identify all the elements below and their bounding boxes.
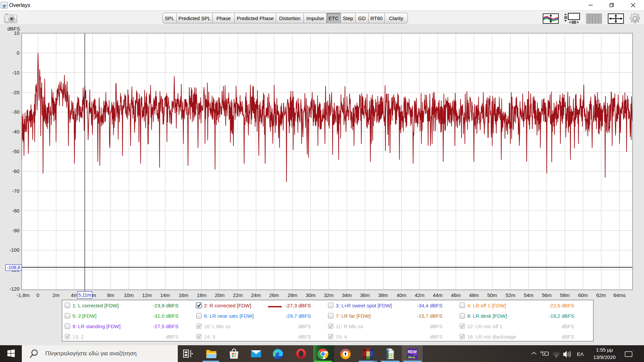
svg-text:V5.1: V5.1 [413, 354, 418, 356]
svg-text:ΕΛ: ΕΛ [577, 351, 584, 357]
